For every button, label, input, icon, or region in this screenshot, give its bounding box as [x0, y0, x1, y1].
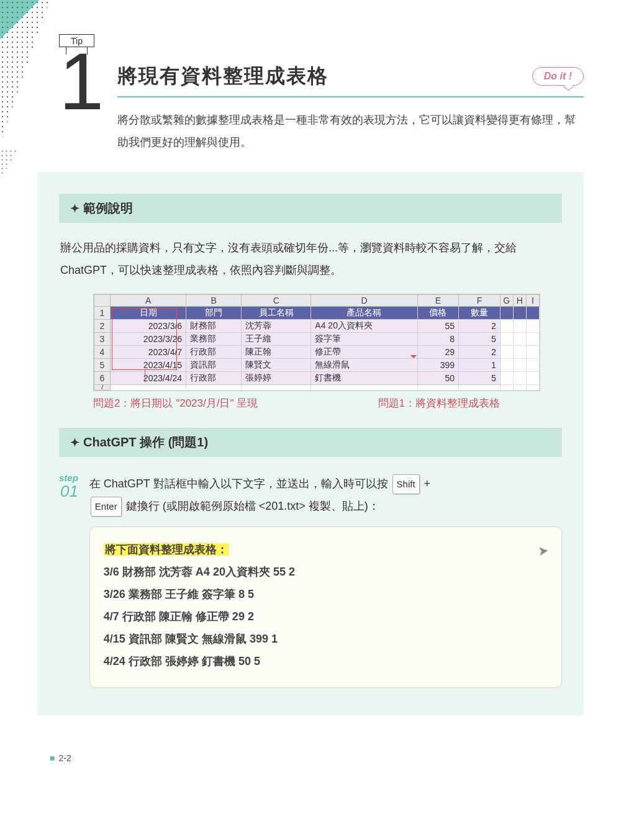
section-header-chatgpt: ✦ ChatGPT 操作 (問題1) — [59, 428, 562, 457]
empty-cell — [526, 333, 539, 346]
empty-cell — [500, 346, 513, 359]
tip-label-box: Tip — [59, 34, 584, 47]
empty-cell — [526, 372, 539, 385]
empty-cell — [526, 359, 539, 372]
table-cell: 2023/4/24 — [111, 372, 186, 385]
empty-cell — [513, 307, 526, 320]
table-cell: 55 — [417, 320, 459, 333]
table-cell: 8 — [417, 333, 459, 346]
table-cell: 2023/4/15 — [111, 359, 186, 372]
row-header: 5 — [94, 359, 111, 372]
empty-cell — [526, 385, 539, 391]
table-cell: 沈芳蓉 — [242, 320, 311, 333]
table-cell: 2 — [459, 346, 501, 359]
empty-cell — [111, 385, 186, 391]
step-instructions: 在 ChatGPT 對話框中輸入以下文字，並送出，輸入時可以按 Shift + … — [89, 472, 562, 688]
empty-cell — [242, 385, 311, 391]
excel-corner — [94, 295, 111, 307]
do-it-badge: Do it ! — [532, 67, 584, 86]
table-cell: 行政部 — [186, 372, 242, 385]
empty-cell — [526, 346, 539, 359]
empty-cell — [526, 307, 539, 320]
page-title: 將現有資料整理成表格 — [117, 63, 329, 90]
table-cell: 行政部 — [186, 346, 242, 359]
col-header: H — [513, 295, 526, 307]
section2-title: ChatGPT 操作 (問題1) — [83, 434, 208, 451]
empty-cell — [513, 359, 526, 372]
step-number: 01 — [59, 483, 78, 499]
empty-cell — [513, 385, 526, 391]
table-cell: 5 — [459, 333, 501, 346]
prompt-box: ➤ 將下面資料整理成表格： 3/6 財務部 沈芳蓉 A4 20入資料夾 55 2… — [89, 526, 562, 688]
table-cell: 張婷婷 — [242, 372, 311, 385]
annotation-1: 問題1：將資料整理成表格 — [378, 396, 500, 410]
square-icon: ■ — [50, 753, 55, 763]
page-number-text: 2-2 — [58, 753, 71, 763]
row-header: 2 — [94, 320, 111, 333]
table-cell: 簽字筆 — [311, 333, 417, 346]
table-cell: 5 — [459, 372, 501, 385]
empty-cell — [500, 307, 513, 320]
col-header: D — [311, 295, 417, 307]
empty-cell — [513, 320, 526, 333]
col-header: F — [459, 295, 501, 307]
step-text-2: 鍵換行 (或開啟範例原始檔 <201.txt> 複製、貼上)： — [123, 500, 379, 512]
page-number: ■2-2 — [50, 753, 584, 763]
annotation-2: 問題2：將日期以 "2023/月/日" 呈現 — [93, 396, 258, 410]
section-header-example: ✦ 範例說明 — [59, 194, 562, 223]
col-header: A — [111, 295, 186, 307]
enter-key: Enter — [91, 497, 122, 517]
row-header: 6 — [94, 372, 111, 385]
table-cell: 2023/3/6 — [111, 320, 186, 333]
prompt-heading: 將下面資料整理成表格： — [104, 543, 229, 556]
prompt-line: 3/26 業務部 王子維 簽字筆 8 5 — [104, 583, 548, 605]
table-cell: 釘書機 — [311, 372, 417, 385]
table-header-cell: 產品名稱 — [311, 307, 417, 320]
table-cell: 1 — [459, 359, 501, 372]
prompt-line: 4/24 行政部 張婷婷 釘書機 50 5 — [104, 650, 548, 672]
table-cell: 29 — [417, 346, 459, 359]
col-header: G — [500, 295, 513, 307]
table-header-cell: 日期 — [111, 307, 186, 320]
row-header: 3 — [94, 333, 111, 346]
step-text-1: 在 ChatGPT 對話框中輸入以下文字，並送出，輸入時可以按 — [89, 477, 391, 490]
table-cell: A4 20入資料夾 — [311, 320, 417, 333]
table-header-cell: 數量 — [459, 307, 501, 320]
table-header-cell: 員工名稱 — [242, 307, 311, 320]
table-cell: 399 — [417, 359, 459, 372]
shift-key: Shift — [392, 474, 420, 494]
table-cell: 王子維 — [242, 333, 311, 346]
intro-text: 將分散或繁雜的數據整理成表格是一種非常有效的表現方法，它可以讓資料變得更有條理，… — [117, 109, 584, 153]
prompt-line: 4/15 資訊部 陳賢文 無線滑鼠 399 1 — [104, 628, 548, 650]
empty-cell — [513, 372, 526, 385]
star-icon: ✦ — [70, 436, 79, 449]
col-header: E — [417, 295, 459, 307]
table-cell: 陳賢文 — [242, 359, 311, 372]
empty-cell — [186, 385, 242, 391]
empty-cell — [513, 346, 526, 359]
tip-number: 1 — [59, 47, 99, 116]
table-cell: 陳正翰 — [242, 346, 311, 359]
table-cell: 資訊部 — [186, 359, 242, 372]
empty-cell — [500, 372, 513, 385]
empty-cell — [500, 385, 513, 391]
table-cell: 2023/3/26 — [111, 333, 186, 346]
table-cell: 修正帶 — [311, 346, 417, 359]
plus: + — [421, 477, 431, 490]
empty-cell — [500, 320, 513, 333]
prompt-line: 3/6 財務部 沈芳蓉 A4 20入資料夾 55 2 — [104, 561, 548, 583]
table-header-cell: 價格 — [417, 307, 459, 320]
excel-screenshot: ABCDEFGHI 1日期部門員工名稱產品名稱價格數量 22023/3/6財務部… — [93, 294, 540, 391]
send-icon[interactable]: ➤ — [537, 539, 548, 562]
table-cell: 50 — [417, 372, 459, 385]
row-header: 4 — [94, 346, 111, 359]
table-header-cell: 部門 — [186, 307, 242, 320]
table-cell: 業務部 — [186, 333, 242, 346]
col-header: B — [186, 295, 242, 307]
col-header: I — [526, 295, 539, 307]
row-header: 7 — [94, 385, 111, 391]
corner-decoration — [0, 0, 50, 143]
empty-cell — [513, 333, 526, 346]
prompt-line: 4/7 行政部 陳正翰 修正帶 29 2 — [104, 605, 548, 628]
empty-cell — [459, 385, 501, 391]
